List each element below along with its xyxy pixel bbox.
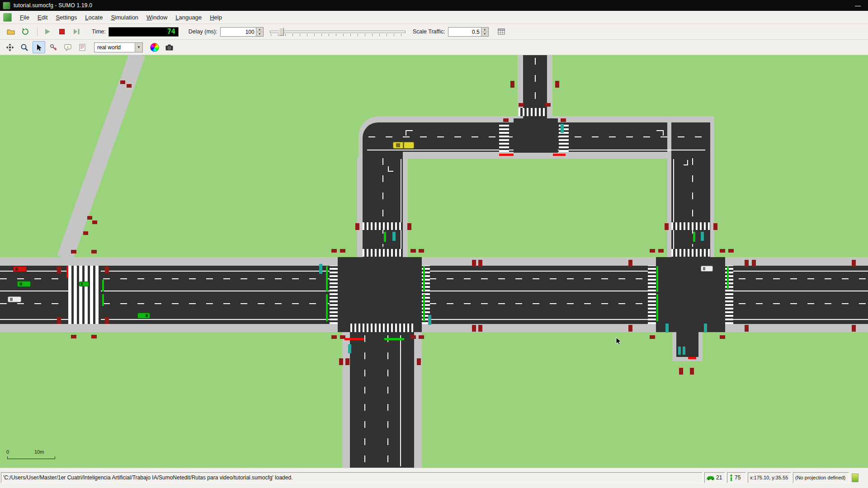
recenter-button[interactable] xyxy=(4,41,16,53)
signal-marker xyxy=(472,260,476,267)
vehicle[interactable] xyxy=(137,313,150,319)
signal-marker xyxy=(66,266,68,278)
signal-marker xyxy=(503,118,509,122)
signal-marker xyxy=(345,358,349,365)
snapshot-button[interactable] xyxy=(163,41,175,53)
chevron-down-icon[interactable]: ▼ xyxy=(135,43,142,52)
crosswalk xyxy=(648,266,656,324)
signal-marker xyxy=(339,358,343,365)
signal-marker xyxy=(510,81,514,88)
signal-marker xyxy=(665,223,669,230)
vehicle[interactable] xyxy=(17,281,31,287)
recenter-icon xyxy=(6,43,14,52)
vehicle[interactable] xyxy=(701,266,713,272)
stop-button[interactable] xyxy=(56,26,68,38)
signal-marker xyxy=(105,267,109,273)
vehicle-windshield xyxy=(15,267,18,271)
spin-down-icon[interactable]: ▼ xyxy=(256,32,263,36)
menu-file[interactable]: File xyxy=(16,12,33,23)
signal-marker xyxy=(71,250,76,253)
signal-marker xyxy=(392,232,396,241)
road-segment xyxy=(671,122,710,266)
vehicle[interactable] xyxy=(8,296,21,302)
reload-button[interactable] xyxy=(19,26,32,38)
view-scheme-value: real world xyxy=(97,44,121,51)
menu-help[interactable]: Help xyxy=(206,12,226,23)
signal-marker xyxy=(355,223,359,230)
signal-marker xyxy=(91,250,97,253)
menu-window[interactable]: Window xyxy=(142,12,171,23)
lane-marking xyxy=(0,319,868,320)
info-button[interactable]: i xyxy=(61,41,74,53)
spin-up-icon[interactable]: ▲ xyxy=(256,28,263,32)
signal-marker xyxy=(91,335,97,338)
signal-marker xyxy=(384,232,386,242)
lane-marking xyxy=(673,159,674,256)
status-indicator-chip xyxy=(852,474,859,482)
run-button[interactable] xyxy=(41,26,54,38)
road-segment xyxy=(57,55,146,261)
signal-marker xyxy=(407,223,411,230)
vehicle[interactable] xyxy=(393,142,414,149)
step-icon xyxy=(72,28,80,36)
signal-marker xyxy=(852,325,856,332)
reload-icon xyxy=(21,28,29,36)
signal-marker xyxy=(127,84,132,88)
signal-marker xyxy=(410,335,416,339)
vehicle[interactable] xyxy=(79,282,89,286)
zoom-button[interactable] xyxy=(18,41,31,53)
signal-marker xyxy=(102,280,104,291)
signal-marker xyxy=(628,325,632,332)
signal-marker xyxy=(752,260,756,267)
view-scheme-dropdown[interactable]: real world ▼ xyxy=(94,42,143,52)
spin-up-icon[interactable]: ▲ xyxy=(481,28,488,32)
lane-marking xyxy=(401,159,401,256)
open-simulation-button[interactable] xyxy=(5,26,17,38)
signal-marker xyxy=(656,266,658,292)
menu-settings[interactable]: Settings xyxy=(52,12,81,23)
status-bar: 'C:/Users/User/Master/1er Cuatri/Intelig… xyxy=(0,468,868,488)
vehicle[interactable] xyxy=(13,266,27,272)
simulation-viewport[interactable]: 0 10m xyxy=(0,55,868,468)
car-icon xyxy=(707,475,715,480)
slider-handle[interactable] xyxy=(279,28,284,36)
signal-marker xyxy=(693,232,695,242)
signal-marker xyxy=(472,325,476,332)
scale-bar-zero: 0 xyxy=(6,449,9,455)
signal-marker xyxy=(720,249,725,253)
minimize-button[interactable]: — xyxy=(855,2,865,9)
delay-spinner[interactable]: ▲▼ xyxy=(256,28,263,36)
scale-bar-line xyxy=(7,456,55,459)
time-display: 74 xyxy=(108,27,179,37)
signal-marker xyxy=(417,358,421,365)
signal-marker xyxy=(519,103,524,107)
signal-marker xyxy=(650,249,655,253)
menu-simulation[interactable]: Simulation xyxy=(107,12,142,23)
edit-tool-button[interactable] xyxy=(47,41,60,53)
crosswalk xyxy=(519,108,547,116)
delay-slider[interactable] xyxy=(270,26,406,37)
spin-down-icon[interactable]: ▼ xyxy=(481,32,488,36)
script-button[interactable] xyxy=(76,41,89,53)
signal-marker xyxy=(105,317,109,324)
signal-marker xyxy=(340,335,345,339)
menu-locate[interactable]: Locate xyxy=(81,12,107,23)
vehicle-stats-button[interactable] xyxy=(495,26,508,38)
color-scheme-button[interactable] xyxy=(150,43,159,52)
step-button[interactable] xyxy=(70,26,83,38)
vehicle-windshield xyxy=(10,298,13,301)
signal-marker xyxy=(678,347,681,355)
mouse-cursor xyxy=(616,337,623,346)
time-label: Time: xyxy=(92,28,106,35)
signal-marker xyxy=(57,267,61,273)
signal-marker xyxy=(545,103,551,107)
menu-edit[interactable]: Edit xyxy=(33,12,52,23)
menu-language[interactable]: Language xyxy=(171,12,206,23)
lane-marking xyxy=(0,291,868,291)
scale-traffic-spinner[interactable]: ▲▼ xyxy=(481,28,488,36)
simulation-toolbar: Time: 74 Delay (ms): ▲▼ Scale Traffic: ▲… xyxy=(0,24,868,40)
scale-traffic-input-wrap: ▲▼ xyxy=(448,27,489,37)
select-tool-button[interactable] xyxy=(33,41,45,53)
signal-marker xyxy=(553,154,566,156)
delay-label: Delay (ms): xyxy=(189,28,217,35)
